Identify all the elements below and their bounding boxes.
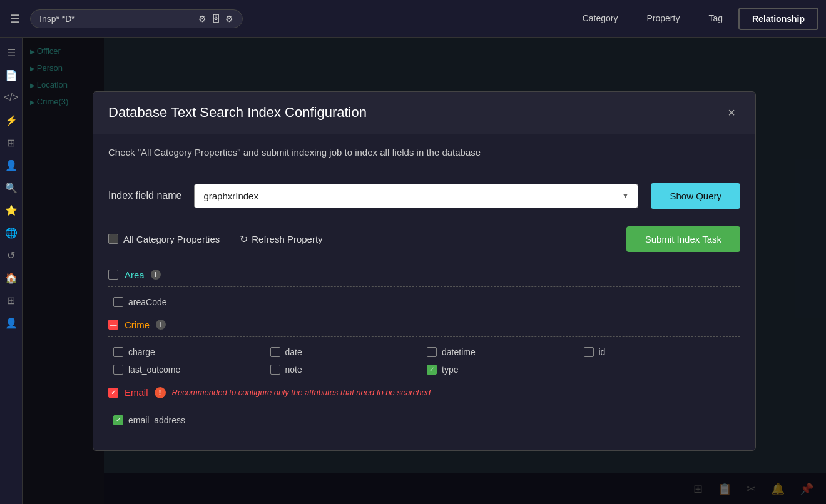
section-email-properties: email_address bbox=[108, 415, 740, 425]
prop-id: id bbox=[584, 347, 741, 357]
modal-header: Database Text Search Index Configuration… bbox=[93, 92, 755, 134]
prop-last-outcome: last_outcome bbox=[113, 365, 270, 375]
section-crime-name: Crime bbox=[125, 320, 150, 330]
section-area: Area i areaCode bbox=[108, 270, 740, 307]
dropdown-arrow-icon: ▼ bbox=[622, 191, 630, 200]
section-email-checkbox[interactable] bbox=[108, 388, 118, 398]
sidebar-icon-user2[interactable]: 👤 bbox=[1, 313, 21, 333]
section-crime-properties: charge date datetime id bbox=[108, 347, 740, 375]
prop-last-outcome-checkbox[interactable] bbox=[113, 365, 123, 375]
tab-property[interactable]: Property bbox=[633, 8, 693, 30]
prop-datetime: datetime bbox=[427, 347, 584, 357]
prop-date: date bbox=[270, 347, 427, 357]
left-sidebar: ☰ 📄 </> ⚡ ⊞ 👤 🔍 ⭐ 🌐 ↺ 🏠 ⊞ 👤 bbox=[0, 38, 23, 504]
prop-id-label: id bbox=[599, 347, 606, 357]
prop-email-address-label: email_address bbox=[128, 415, 185, 425]
index-field-value: graphxrIndex bbox=[203, 191, 258, 201]
sidebar-icon-refresh[interactable]: ↺ bbox=[1, 245, 21, 265]
all-category-checkbox-row[interactable]: — All Category Properties bbox=[108, 234, 220, 244]
index-field-row: Index field name graphxrIndex ▼ Show Que… bbox=[108, 183, 740, 209]
section-area-name: Area bbox=[125, 270, 145, 280]
modal-title: Database Text Search Index Configuration bbox=[108, 104, 367, 121]
search-actions: ⚙ 🗄 ⚙ bbox=[198, 14, 233, 24]
section-area-header: Area i bbox=[108, 270, 740, 287]
prop-note-label: note bbox=[285, 365, 302, 375]
section-email-header: Email ! Recommended to configure only th… bbox=[108, 387, 740, 405]
tab-relationship[interactable]: Relationship bbox=[738, 8, 818, 30]
sidebar-icon-globe[interactable]: 🌐 bbox=[1, 223, 21, 243]
section-area-info-icon[interactable]: i bbox=[151, 270, 161, 280]
prop-date-label: date bbox=[285, 347, 302, 357]
section-area-properties: areaCode bbox=[108, 297, 740, 307]
sidebar-icon-grid[interactable]: ⊞ bbox=[1, 133, 21, 153]
sidebar-icon-document[interactable]: 📄 bbox=[1, 65, 21, 85]
prop-charge-checkbox[interactable] bbox=[113, 347, 123, 357]
section-email-warning-icon: ! bbox=[155, 387, 166, 398]
search-value: Insp* *D* bbox=[39, 14, 75, 24]
modal-body: Check "All Category Properties" and subm… bbox=[93, 134, 755, 450]
prop-note: note bbox=[270, 365, 427, 375]
index-field-label: Index field name bbox=[108, 190, 181, 201]
submit-index-button[interactable]: Submit Index Task bbox=[626, 226, 740, 252]
prop-type-label: type bbox=[442, 365, 458, 375]
tab-tag[interactable]: Tag bbox=[695, 8, 736, 30]
refresh-label: Refresh Property bbox=[252, 234, 322, 244]
controls-row: — All Category Properties ↻ Refresh Prop… bbox=[108, 226, 740, 252]
prop-areaCode: areaCode bbox=[113, 297, 270, 307]
sidebar-icon-user[interactable]: 👤 bbox=[1, 155, 21, 175]
show-query-button[interactable]: Show Query bbox=[651, 183, 740, 209]
modal-close-button[interactable]: × bbox=[723, 103, 740, 123]
tab-category[interactable]: Category bbox=[569, 8, 631, 30]
section-email-name: Email bbox=[125, 387, 148, 398]
gear-icon[interactable]: ⚙ bbox=[225, 14, 233, 24]
all-category-checkbox[interactable]: — bbox=[108, 234, 118, 244]
section-crime-info-icon[interactable]: i bbox=[156, 320, 166, 330]
settings-icon[interactable]: ⚙ bbox=[198, 14, 206, 24]
sidebar-icon-search[interactable]: 🔍 bbox=[1, 178, 21, 198]
prop-note-checkbox[interactable] bbox=[270, 365, 280, 375]
sidebar-icon-code[interactable]: </> bbox=[1, 88, 21, 108]
menu-icon[interactable]: ☰ bbox=[8, 9, 23, 28]
modal-overlay: Database Text Search Index Configuration… bbox=[23, 38, 826, 504]
prop-charge-label: charge bbox=[128, 347, 155, 357]
prop-email-address: email_address bbox=[113, 415, 270, 425]
prop-charge: charge bbox=[113, 347, 270, 357]
refresh-icon: ↻ bbox=[240, 233, 248, 245]
prop-areaCode-label: areaCode bbox=[128, 297, 167, 307]
top-bar: ☰ Insp* *D* ⚙ 🗄 ⚙ Category Property Tag … bbox=[0, 0, 826, 38]
all-category-label-text: All Category Properties bbox=[123, 234, 220, 244]
prop-datetime-label: datetime bbox=[442, 347, 476, 357]
section-crime-header: Crime i bbox=[108, 320, 740, 337]
modal-dialog: Database Text Search Index Configuration… bbox=[93, 91, 756, 451]
prop-datetime-checkbox[interactable] bbox=[427, 347, 437, 357]
section-crime: Crime i charge date bbox=[108, 320, 740, 375]
modal-divider bbox=[108, 168, 740, 168]
prop-last-outcome-label: last_outcome bbox=[128, 365, 180, 375]
prop-id-checkbox[interactable] bbox=[584, 347, 594, 357]
database-icon[interactable]: 🗄 bbox=[212, 14, 220, 24]
sidebar-icon-star[interactable]: ⭐ bbox=[1, 200, 21, 220]
prop-email-address-checkbox[interactable] bbox=[113, 415, 123, 425]
main-content: Officer Person Location Crime(3) Databas… bbox=[23, 38, 826, 504]
prop-type-checkbox[interactable] bbox=[427, 365, 437, 375]
prop-type: type bbox=[427, 365, 584, 375]
nav-tabs: Category Property Tag Relationship bbox=[569, 8, 818, 30]
sidebar-icon-grid2[interactable]: ⊞ bbox=[1, 290, 21, 310]
prop-date-checkbox[interactable] bbox=[270, 347, 280, 357]
section-email-warning-text: Recommended to configure only the attrib… bbox=[172, 388, 431, 397]
sidebar-icon-filter[interactable]: ⚡ bbox=[1, 110, 21, 130]
search-bar[interactable]: Insp* *D* ⚙ 🗄 ⚙ bbox=[30, 9, 243, 28]
modal-description: Check "All Category Properties" and subm… bbox=[108, 147, 740, 158]
section-email: Email ! Recommended to configure only th… bbox=[108, 387, 740, 425]
sidebar-icon-home[interactable]: 🏠 bbox=[1, 268, 21, 288]
prop-areaCode-checkbox[interactable] bbox=[113, 297, 123, 307]
sidebar-icon-0[interactable]: ☰ bbox=[1, 43, 21, 63]
refresh-property-button[interactable]: ↻ Refresh Property bbox=[235, 231, 327, 248]
section-area-checkbox[interactable] bbox=[108, 270, 118, 280]
index-field-input[interactable]: graphxrIndex ▼ bbox=[194, 184, 638, 208]
section-crime-checkbox[interactable] bbox=[108, 320, 118, 330]
